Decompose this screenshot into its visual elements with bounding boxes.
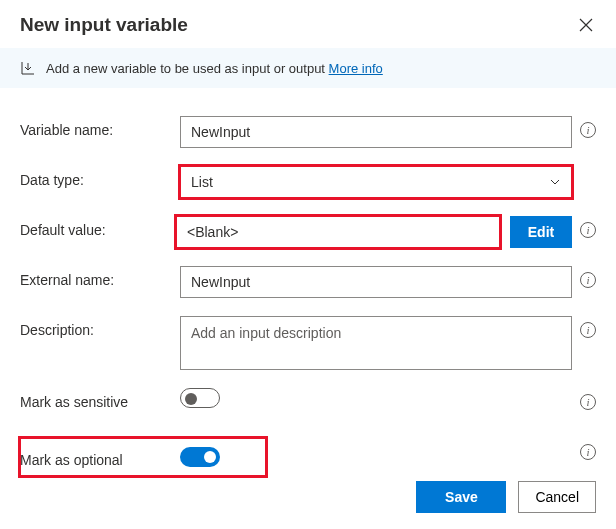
cancel-button[interactable]: Cancel [518,481,596,513]
info-icon[interactable]: i [580,322,596,338]
close-button[interactable] [576,15,596,35]
download-icon [20,60,36,76]
variable-name-label: Variable name: [20,116,180,138]
info-banner: Add a new variable to be used as input o… [0,48,616,88]
external-name-input[interactable] [180,266,572,298]
mark-optional-group: Mark as optional [20,438,266,476]
info-icon[interactable]: i [580,222,596,238]
variable-name-input[interactable] [180,116,572,148]
data-type-label: Data type: [20,166,180,188]
external-name-label: External name: [20,266,180,288]
save-button[interactable]: Save [416,481,506,513]
edit-button[interactable]: Edit [510,216,572,248]
description-input[interactable] [180,316,572,370]
mark-optional-label: Mark as optional [20,446,180,468]
description-label: Description: [20,316,180,338]
default-value-text: <Blank> [187,224,238,240]
mark-sensitive-label: Mark as sensitive [20,388,180,410]
info-icon[interactable]: i [580,394,596,410]
default-value-box: <Blank> [176,216,500,248]
info-icon[interactable]: i [580,444,596,460]
default-value-label: Default value: [20,216,176,238]
mark-optional-toggle[interactable] [180,447,220,467]
dialog-title: New input variable [20,14,576,36]
chevron-down-icon [549,176,561,188]
data-type-value: List [191,174,213,190]
data-type-select[interactable]: List [180,166,572,198]
info-icon[interactable]: i [580,272,596,288]
info-icon[interactable]: i [580,122,596,138]
banner-text: Add a new variable to be used as input o… [46,61,329,76]
more-info-link[interactable]: More info [329,61,383,76]
mark-sensitive-toggle[interactable] [180,388,220,408]
